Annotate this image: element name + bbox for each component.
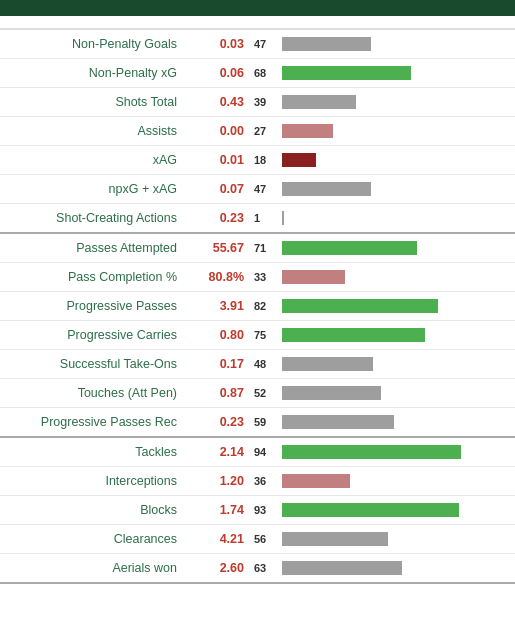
stat-label: Tackles [0,445,185,459]
percentile-bar-cell: 18 [250,146,515,174]
table-row: Progressive Passes3.9182 [0,292,515,321]
per90-value: 1.74 [185,503,250,517]
stat-label: Successful Take-Ons [0,357,185,371]
percentile-bar-cell: 47 [250,30,515,58]
bar [282,182,371,196]
stat-label: xAG [0,153,185,167]
percentile-bar-cell: 94 [250,438,515,466]
stat-label: Passes Attempted [0,241,185,255]
percentile-bar-cell: 1 [250,204,515,232]
bar [282,37,371,51]
percentile-value: 48 [254,358,266,370]
bar [282,474,350,488]
percentile-value: 94 [254,446,266,458]
percentile-value: 75 [254,329,266,341]
percentile-value: 47 [254,183,266,195]
section-1: Passes Attempted55.6771Pass Completion %… [0,234,515,438]
header [0,0,515,16]
per90-value: 0.03 [185,37,250,51]
table-row: Passes Attempted55.6771 [0,234,515,263]
percentile-bar-cell: 82 [250,292,515,320]
percentile-bar-cell: 47 [250,175,515,203]
stat-label: Blocks [0,503,185,517]
table-row: Shots Total0.4339 [0,88,515,117]
bar [282,328,425,342]
percentile-value: 59 [254,416,266,428]
bar [282,415,394,429]
table-row: Blocks1.7493 [0,496,515,525]
stat-label: Interceptions [0,474,185,488]
stat-label: Assists [0,124,185,138]
percentile-bar-cell: 75 [250,321,515,349]
bar [282,386,381,400]
bar [282,241,417,255]
stat-label: npxG + xAG [0,182,185,196]
bar [282,503,459,517]
table-row: Successful Take-Ons0.1748 [0,350,515,379]
percentile-value: 93 [254,504,266,516]
percentile-value: 47 [254,38,266,50]
per90-value: 0.01 [185,153,250,167]
per90-value: 80.8% [185,270,250,284]
table-row: Interceptions1.2036 [0,467,515,496]
bar [282,270,345,284]
stat-label: Progressive Carries [0,328,185,342]
percentile-bar-cell: 39 [250,88,515,116]
section-0: Non-Penalty Goals0.0347Non-Penalty xG0.0… [0,30,515,234]
per90-value: 0.06 [185,66,250,80]
percentile-value: 27 [254,125,266,137]
percentile-value: 56 [254,533,266,545]
stat-label: Touches (Att Pen) [0,386,185,400]
percentile-bar-cell: 68 [250,59,515,87]
percentile-value: 68 [254,67,266,79]
table-row: Shot-Creating Actions0.231 [0,204,515,232]
percentile-bar-cell: 63 [250,554,515,582]
percentile-bar-cell: 59 [250,408,515,436]
stat-label: Progressive Passes [0,299,185,313]
bar [282,445,461,459]
bar [282,95,356,109]
stat-label: Aerials won [0,561,185,575]
table-row: npxG + xAG0.0747 [0,175,515,204]
per90-value: 0.43 [185,95,250,109]
percentile-value: 63 [254,562,266,574]
per90-value: 0.80 [185,328,250,342]
per90-value: 0.23 [185,415,250,429]
per90-value: 0.87 [185,386,250,400]
bar [282,124,333,138]
table-row: Progressive Carries0.8075 [0,321,515,350]
percentile-value: 33 [254,271,266,283]
column-headers [0,16,515,30]
stat-label: Clearances [0,532,185,546]
table-row: Touches (Att Pen)0.8752 [0,379,515,408]
percentile-value: 82 [254,300,266,312]
bar [282,153,316,167]
table-row: Tackles2.1494 [0,438,515,467]
percentile-bar-cell: 36 [250,467,515,495]
table-row: Clearances4.2156 [0,525,515,554]
stat-label: Non-Penalty Goals [0,37,185,51]
percentile-bar-cell: 56 [250,525,515,553]
stat-label: Non-Penalty xG [0,66,185,80]
percentile-value: 71 [254,242,266,254]
table-row: Progressive Passes Rec0.2359 [0,408,515,436]
per90-value: 55.67 [185,241,250,255]
percentile-bar-cell: 71 [250,234,515,262]
percentile-bar-cell: 52 [250,379,515,407]
per90-value: 0.07 [185,182,250,196]
table-row: Pass Completion %80.8%33 [0,263,515,292]
bar [282,532,388,546]
per90-value: 0.00 [185,124,250,138]
table-row: xAG0.0118 [0,146,515,175]
percentile-value: 52 [254,387,266,399]
per90-value: 2.60 [185,561,250,575]
percentile-bar-cell: 27 [250,117,515,145]
percentile-value: 39 [254,96,266,108]
stat-label: Pass Completion % [0,270,185,284]
stat-label: Shot-Creating Actions [0,211,185,225]
section-2: Tackles2.1494Interceptions1.2036Blocks1.… [0,438,515,584]
per90-value: 0.17 [185,357,250,371]
table-row: Aerials won2.6063 [0,554,515,582]
table-row: Non-Penalty Goals0.0347 [0,30,515,59]
percentile-value: 36 [254,475,266,487]
